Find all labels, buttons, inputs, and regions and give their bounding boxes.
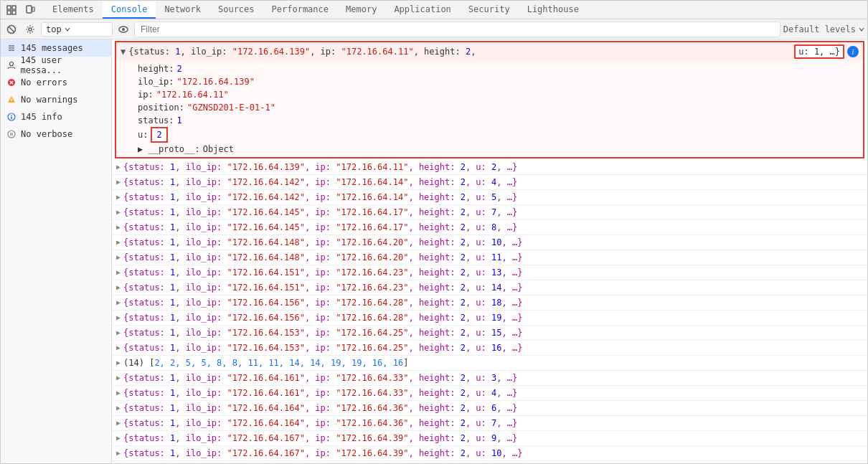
sidebar-item-warnings-label: No warnings (21, 95, 77, 105)
row-triangle[interactable]: ▶ (116, 251, 121, 264)
sidebar-item-user-label: 145 user messa... (21, 55, 106, 75)
tab-application[interactable]: Application (385, 1, 459, 19)
row-triangle[interactable]: ▶ (116, 191, 121, 204)
svg-rect-5 (32, 7, 34, 11)
row-triangle[interactable]: ▶ (116, 236, 121, 249)
sidebar-item-user-messages[interactable]: 145 user messa... (1, 57, 111, 74)
u-value-highlight: 2 (151, 127, 167, 143)
tab-lighthouse[interactable]: Lighthouse (519, 1, 588, 19)
warning-icon (6, 95, 16, 105)
row-triangle[interactable]: ▶ (116, 387, 121, 399)
tab-memory[interactable]: Memory (337, 1, 385, 19)
tab-sources[interactable]: Sources (209, 1, 263, 19)
expanded-body: height: 2 ilo_ip: "172.16.64.139" ip: "1… (116, 61, 863, 157)
svg-rect-0 (7, 6, 11, 9)
row-triangle[interactable]: ▶ (116, 311, 121, 324)
sidebar-item-errors[interactable]: No errors (1, 74, 111, 91)
expanded-entry: ▼ {status: 1, ilo_ip: "172.16.64.139", i… (115, 41, 864, 158)
log-row[interactable]: ▶{status: 1, ilo_ip: "172.16.64.153", ip… (112, 341, 867, 356)
sidebar-item-warnings[interactable]: No warnings (1, 91, 111, 108)
levels-label: Default levels (783, 24, 856, 34)
sidebar-item-verbose[interactable]: No verbose (1, 126, 111, 143)
row-triangle[interactable]: ▶ (116, 326, 121, 339)
log-rows-container: ▶{status: 1, ilo_ip: "172.16.64.139", ip… (112, 160, 867, 464)
row-triangle[interactable]: ▶ (116, 221, 121, 234)
svg-point-20 (11, 101, 11, 102)
device-icon[interactable] (22, 2, 38, 18)
prop-height: height: 2 (133, 62, 863, 75)
log-row[interactable]: ▶{status: 1, ilo_ip: "172.16.64.148", ip… (112, 250, 867, 265)
svg-line-7 (9, 27, 14, 32)
console-content[interactable]: ▼ {status: 1, ilo_ip: "172.16.64.139", i… (112, 39, 867, 464)
info-sidebar-icon (6, 112, 16, 122)
log-row[interactable]: ▶{status: 1, ilo_ip: "172.16.64.161", ip… (112, 386, 867, 401)
row-triangle[interactable]: ▶ (116, 417, 121, 430)
sidebar-item-info-label: 145 info (21, 112, 62, 122)
row-triangle[interactable]: ▶ (116, 341, 121, 354)
eye-icon[interactable] (115, 22, 131, 37)
clear-console-icon[interactable] (4, 22, 19, 37)
log-row[interactable]: ▶{status: 1, ilo_ip: "172.16.64.142", ip… (112, 190, 867, 205)
inspect-icon[interactable] (4, 2, 19, 18)
sidebar-item-info[interactable]: 145 info (1, 108, 111, 126)
log-row[interactable]: ▶{status: 1, ilo_ip: "172.16.64.156", ip… (112, 311, 867, 326)
log-row[interactable]: ▶{status: 1, ilo_ip: "172.16.64.167", ip… (112, 431, 867, 446)
log-row[interactable]: ▶{status: 1, ilo_ip: "172.16.64.139", ip… (112, 160, 867, 175)
row-triangle[interactable]: ▶ (116, 266, 121, 279)
tab-network[interactable]: Network (156, 1, 209, 19)
row-triangle[interactable]: ▶ (116, 296, 121, 309)
log-row[interactable]: ▶{status: 1, ilo_ip: "172.16.64.167", ip… (112, 446, 867, 461)
row-triangle[interactable]: ▶ (116, 161, 121, 174)
row-triangle[interactable]: ▶ (116, 371, 121, 384)
tab-performance[interactable]: Performance (263, 1, 337, 19)
log-row[interactable]: ▶{status: 1, ilo_ip: "172.16.64.145", ip… (112, 205, 867, 220)
row-triangle[interactable]: ▶ (116, 281, 121, 294)
log-row[interactable]: ▶(14) [2, 2, 5, 5, 8, 8, 11, 11, 14, 14,… (112, 356, 867, 371)
prop-position: position: "GZNSD201-E-01-1" (133, 101, 863, 114)
levels-selector[interactable]: Default levels (783, 24, 864, 34)
row-triangle[interactable]: ▶ (116, 206, 121, 219)
row-triangle[interactable]: ▶ (116, 176, 121, 189)
log-row[interactable]: ▶{status: 1, ilo_ip: "172.16.64.151", ip… (112, 265, 867, 280)
svg-rect-1 (12, 6, 16, 9)
row-triangle[interactable]: ▶ (116, 447, 121, 460)
log-row[interactable]: ▶{status: 1, ilo_ip: "172.16.64.164", ip… (112, 416, 867, 431)
expanded-header[interactable]: ▼ {status: 1, ilo_ip: "172.16.64.139", i… (116, 42, 863, 61)
devtools-tabs: Elements Console Network Sources Perform… (1, 1, 867, 19)
main-area: 145 messages 145 user messa... No errors… (1, 39, 867, 464)
header-highlight: u: 1, …} (794, 44, 844, 59)
svg-point-8 (29, 28, 32, 31)
context-label: top (46, 24, 62, 34)
log-row[interactable]: ▶{status: 1, ilo_ip: "172.16.64.156", ip… (112, 295, 867, 311)
svg-rect-2 (7, 11, 11, 14)
log-row[interactable]: ▶{status: 1, ilo_ip: "172.16.64.142", ip… (112, 175, 867, 190)
tab-console[interactable]: Console (103, 1, 156, 19)
tab-security[interactable]: Security (460, 1, 519, 19)
sidebar-item-errors-label: No errors (21, 77, 67, 87)
prop-ilo-ip: ilo_ip: "172.16.64.139" (133, 75, 863, 88)
log-row[interactable]: ▶{status: 1, ilo_ip: "172.16.64.151", ip… (112, 280, 867, 295)
tab-elements[interactable]: Elements (44, 1, 103, 19)
log-row[interactable]: ▶{status: 1, ilo_ip: "172.16.64.161", ip… (112, 371, 867, 386)
context-selector[interactable]: top (41, 22, 113, 37)
log-row[interactable]: ▶{status: 1, ilo_ip: "172.16.64.171", ip… (112, 461, 867, 464)
sidebar-item-all-label: 145 messages (21, 43, 83, 53)
svg-rect-3 (12, 11, 16, 14)
log-row[interactable]: ▶{status: 1, ilo_ip: "172.16.64.164", ip… (112, 401, 867, 416)
filter-input[interactable] (134, 22, 780, 37)
row-triangle[interactable]: ▶ (116, 432, 121, 445)
log-row[interactable]: ▶{status: 1, ilo_ip: "172.16.64.148", ip… (112, 235, 867, 250)
row-triangle[interactable]: ▶ (116, 356, 121, 369)
svg-point-24 (8, 131, 15, 138)
log-row[interactable]: ▶{status: 1, ilo_ip: "172.16.64.145", ip… (112, 220, 867, 235)
collapse-triangle[interactable]: ▼ (121, 47, 126, 57)
log-row[interactable]: ▶{status: 1, ilo_ip: "172.16.64.153", ip… (112, 326, 867, 341)
settings-icon[interactable] (22, 22, 38, 37)
sidebar: 145 messages 145 user messa... No errors… (1, 39, 112, 464)
sidebar-item-verbose-label: No verbose (21, 129, 72, 139)
sidebar-item-all-messages[interactable]: 145 messages (1, 39, 111, 57)
row-triangle[interactable]: ▶ (116, 402, 121, 415)
prop-proto: ▶ __proto__: Object (133, 143, 863, 156)
svg-point-22 (11, 115, 12, 116)
list-icon (6, 43, 16, 53)
